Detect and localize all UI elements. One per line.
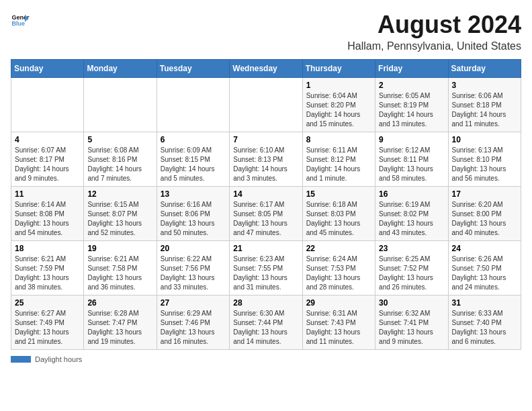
calendar-body: 1Sunrise: 6:04 AM Sunset: 8:20 PM Daylig… — [11, 78, 521, 350]
day-info: Sunrise: 6:04 AM Sunset: 8:20 PM Dayligh… — [306, 91, 371, 129]
calendar-week-row: 18Sunrise: 6:21 AM Sunset: 7:59 PM Dayli… — [11, 241, 521, 295]
day-number: 20 — [161, 244, 226, 253]
calendar-cell: 23Sunrise: 6:25 AM Sunset: 7:52 PM Dayli… — [375, 241, 448, 295]
header-day: Sunday — [11, 60, 84, 78]
day-info: Sunrise: 6:23 AM Sunset: 7:55 PM Dayligh… — [233, 255, 298, 292]
footer-label: Daylight hours — [35, 355, 82, 363]
day-info: Sunrise: 6:11 AM Sunset: 8:12 PM Dayligh… — [306, 146, 371, 183]
calendar-week-row: 11Sunrise: 6:14 AM Sunset: 8:08 PM Dayli… — [11, 187, 521, 241]
calendar-cell: 4Sunrise: 6:07 AM Sunset: 8:17 PM Daylig… — [11, 132, 84, 187]
day-number: 18 — [15, 244, 80, 253]
day-number: 17 — [452, 189, 517, 199]
day-info: Sunrise: 6:05 AM Sunset: 8:19 PM Dayligh… — [379, 91, 444, 129]
day-info: Sunrise: 6:33 AM Sunset: 7:40 PM Dayligh… — [452, 309, 517, 347]
day-number: 13 — [161, 189, 226, 199]
day-info: Sunrise: 6:32 AM Sunset: 7:41 PM Dayligh… — [379, 309, 444, 347]
calendar-table: SundayMondayTuesdayWednesdayThursdayFrid… — [11, 59, 521, 350]
calendar-cell: 14Sunrise: 6:17 AM Sunset: 8:05 PM Dayli… — [230, 187, 302, 241]
calendar-cell: 12Sunrise: 6:15 AM Sunset: 8:07 PM Dayli… — [84, 187, 157, 241]
calendar-cell: 2Sunrise: 6:05 AM Sunset: 8:19 PM Daylig… — [375, 78, 448, 132]
header-row: SundayMondayTuesdayWednesdayThursdayFrid… — [11, 60, 521, 78]
day-info: Sunrise: 6:25 AM Sunset: 7:52 PM Dayligh… — [379, 255, 444, 292]
calendar-cell: 26Sunrise: 6:28 AM Sunset: 7:47 PM Dayli… — [84, 295, 157, 350]
day-info: Sunrise: 6:09 AM Sunset: 8:15 PM Dayligh… — [161, 146, 226, 183]
calendar-cell: 8Sunrise: 6:11 AM Sunset: 8:12 PM Daylig… — [302, 132, 375, 187]
day-number: 29 — [306, 298, 371, 308]
day-info: Sunrise: 6:31 AM Sunset: 7:43 PM Dayligh… — [306, 309, 371, 347]
day-info: Sunrise: 6:18 AM Sunset: 8:03 PM Dayligh… — [306, 200, 371, 238]
day-number: 31 — [452, 298, 517, 308]
day-number: 1 — [306, 81, 371, 90]
daylight-bar-icon — [11, 356, 31, 363]
calendar-cell: 13Sunrise: 6:16 AM Sunset: 8:06 PM Dayli… — [157, 187, 229, 241]
day-number: 30 — [379, 298, 444, 308]
calendar-cell: 6Sunrise: 6:09 AM Sunset: 8:15 PM Daylig… — [157, 132, 229, 187]
day-info: Sunrise: 6:20 AM Sunset: 8:00 PM Dayligh… — [452, 200, 517, 238]
day-number: 2 — [379, 81, 444, 90]
calendar-cell — [11, 78, 84, 132]
day-number: 15 — [306, 189, 371, 199]
header-day: Friday — [375, 60, 448, 78]
day-info: Sunrise: 6:19 AM Sunset: 8:02 PM Dayligh… — [379, 200, 444, 238]
day-info: Sunrise: 6:08 AM Sunset: 8:16 PM Dayligh… — [87, 146, 152, 183]
day-info: Sunrise: 6:10 AM Sunset: 8:13 PM Dayligh… — [233, 146, 298, 183]
day-info: Sunrise: 6:30 AM Sunset: 7:44 PM Dayligh… — [233, 309, 298, 347]
calendar-week-row: 25Sunrise: 6:27 AM Sunset: 7:49 PM Dayli… — [11, 295, 521, 350]
footer-note: Daylight hours — [11, 355, 521, 363]
calendar-cell: 15Sunrise: 6:18 AM Sunset: 8:03 PM Dayli… — [302, 187, 375, 241]
day-info: Sunrise: 6:06 AM Sunset: 8:18 PM Dayligh… — [452, 91, 517, 129]
header-day: Saturday — [448, 60, 521, 78]
day-number: 21 — [233, 244, 298, 253]
day-info: Sunrise: 6:16 AM Sunset: 8:06 PM Dayligh… — [161, 200, 226, 238]
calendar-cell: 18Sunrise: 6:21 AM Sunset: 7:59 PM Dayli… — [11, 241, 84, 295]
calendar-cell: 7Sunrise: 6:10 AM Sunset: 8:13 PM Daylig… — [230, 132, 302, 187]
day-info: Sunrise: 6:15 AM Sunset: 8:07 PM Dayligh… — [87, 200, 152, 238]
day-number: 24 — [452, 244, 517, 253]
day-number: 10 — [452, 135, 517, 144]
calendar-cell: 10Sunrise: 6:13 AM Sunset: 8:10 PM Dayli… — [448, 132, 521, 187]
calendar-week-row: 4Sunrise: 6:07 AM Sunset: 8:17 PM Daylig… — [11, 132, 521, 187]
day-info: Sunrise: 6:17 AM Sunset: 8:05 PM Dayligh… — [233, 200, 298, 238]
header-day: Wednesday — [230, 60, 302, 78]
day-number: 16 — [379, 189, 444, 199]
day-number: 14 — [233, 189, 298, 199]
calendar-cell: 27Sunrise: 6:29 AM Sunset: 7:46 PM Dayli… — [157, 295, 229, 350]
day-info: Sunrise: 6:21 AM Sunset: 7:59 PM Dayligh… — [15, 255, 80, 292]
day-number: 4 — [15, 135, 80, 144]
calendar-cell: 30Sunrise: 6:32 AM Sunset: 7:41 PM Dayli… — [375, 295, 448, 350]
calendar-cell: 24Sunrise: 6:26 AM Sunset: 7:50 PM Dayli… — [448, 241, 521, 295]
title-block: August 2024 Hallam, Pennsylvania, United… — [347, 11, 521, 52]
day-number: 6 — [161, 135, 226, 144]
logo: General Blue — [11, 11, 30, 30]
calendar-cell: 3Sunrise: 6:06 AM Sunset: 8:18 PM Daylig… — [448, 78, 521, 132]
day-info: Sunrise: 6:12 AM Sunset: 8:11 PM Dayligh… — [379, 146, 444, 183]
day-number: 11 — [15, 189, 80, 199]
day-number: 25 — [15, 298, 80, 308]
calendar-cell: 20Sunrise: 6:22 AM Sunset: 7:56 PM Dayli… — [157, 241, 229, 295]
calendar-cell: 9Sunrise: 6:12 AM Sunset: 8:11 PM Daylig… — [375, 132, 448, 187]
day-number: 28 — [233, 298, 298, 308]
day-info: Sunrise: 6:24 AM Sunset: 7:53 PM Dayligh… — [306, 255, 371, 292]
calendar-cell: 21Sunrise: 6:23 AM Sunset: 7:55 PM Dayli… — [230, 241, 302, 295]
day-info: Sunrise: 6:21 AM Sunset: 7:58 PM Dayligh… — [87, 255, 152, 292]
header-day: Thursday — [302, 60, 375, 78]
day-number: 26 — [87, 298, 152, 308]
day-info: Sunrise: 6:14 AM Sunset: 8:08 PM Dayligh… — [15, 200, 80, 238]
calendar-cell — [84, 78, 157, 132]
calendar-cell — [230, 78, 302, 132]
day-info: Sunrise: 6:13 AM Sunset: 8:10 PM Dayligh… — [452, 146, 517, 183]
calendar-cell: 25Sunrise: 6:27 AM Sunset: 7:49 PM Dayli… — [11, 295, 84, 350]
day-number: 27 — [161, 298, 226, 308]
day-number: 23 — [379, 244, 444, 253]
calendar-cell: 16Sunrise: 6:19 AM Sunset: 8:02 PM Dayli… — [375, 187, 448, 241]
page-header: General Blue August 2024 Hallam, Pennsyl… — [11, 11, 521, 52]
calendar-cell: 17Sunrise: 6:20 AM Sunset: 8:00 PM Dayli… — [448, 187, 521, 241]
calendar-cell: 31Sunrise: 6:33 AM Sunset: 7:40 PM Dayli… — [448, 295, 521, 350]
day-info: Sunrise: 6:22 AM Sunset: 7:56 PM Dayligh… — [161, 255, 226, 292]
svg-text:Blue: Blue — [11, 20, 25, 27]
header-day: Tuesday — [157, 60, 229, 78]
day-number: 7 — [233, 135, 298, 144]
calendar-cell — [157, 78, 229, 132]
page-subtitle: Hallam, Pennsylvania, United States — [347, 40, 521, 52]
day-info: Sunrise: 6:07 AM Sunset: 8:17 PM Dayligh… — [15, 146, 80, 183]
